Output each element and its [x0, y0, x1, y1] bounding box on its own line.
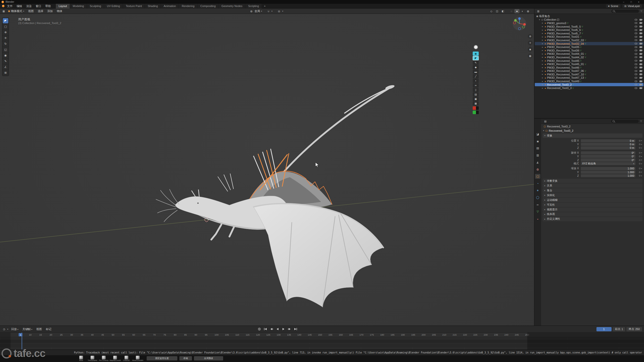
dock-field[interactable]: 固定监控位置: [147, 356, 177, 360]
properties-tab-modifiers[interactable]: ◔: [535, 181, 540, 186]
disable-in-renders-toggle[interactable]: [639, 60, 642, 62]
outliner-object-row[interactable]: ▸▲PM3D_Recovered_Tool45▽: [535, 59, 643, 63]
value-field[interactable]: 0°: [581, 155, 635, 158]
workspace-tab[interactable]: Compositing: [197, 4, 219, 9]
viewport-menu-item[interactable]: 选择: [36, 9, 45, 13]
hide-in-viewport-toggle[interactable]: [634, 84, 637, 85]
palette-point-button[interactable]: •: [473, 79, 479, 83]
palette-pointer-button[interactable]: ◤: [473, 56, 479, 60]
outliner-object-row[interactable]: ▸▲PM3D_Recovered_Tool35▽: [535, 45, 643, 49]
properties-section[interactable]: ▸自定义属性: [543, 217, 642, 221]
brush-thumbnail[interactable]: MagnifyCurveWH: [109, 355, 121, 361]
viewport-menu-item[interactable]: 添加: [45, 9, 55, 13]
animate-dot[interactable]: [639, 147, 640, 149]
dock-field[interactable]: 全局预设: [194, 356, 223, 360]
workspace-tab[interactable]: Layout: [56, 4, 70, 9]
properties-tab-output[interactable]: ▤: [535, 146, 540, 151]
workspace-tab[interactable]: Shading: [145, 4, 161, 9]
expand-icon[interactable]: ▸: [541, 22, 544, 24]
show-gizmos-icon[interactable]: ◇: [489, 9, 494, 13]
disable-in-renders-toggle[interactable]: [639, 80, 642, 82]
expand-icon[interactable]: ▸: [541, 56, 544, 58]
workspace-tab[interactable]: Rendering: [179, 4, 197, 9]
disable-in-renders-toggle[interactable]: [639, 84, 642, 85]
palette-layers-button[interactable]: ▦: [473, 101, 479, 106]
expand-icon[interactable]: ▸: [541, 70, 544, 72]
viewport-3d[interactable]: 用户透视 (3) Collection | Recovered_Tool3_2 …: [0, 14, 534, 326]
hide-in-viewport-toggle[interactable]: [634, 39, 637, 41]
maximize-button[interactable]: □: [627, 0, 635, 4]
disable-in-renders-toggle[interactable]: [639, 26, 642, 27]
timeline-menu-item[interactable]: 视图: [34, 327, 44, 331]
outliner-object-row[interactable]: ▸▲PM3D_Recovered_Tool44_02▽: [535, 56, 643, 59]
value-field[interactable]: 0°: [581, 151, 635, 154]
workspace-tab[interactable]: Sculpting: [87, 4, 104, 9]
expand-icon[interactable]: ▸: [541, 32, 544, 34]
properties-search-input[interactable]: [611, 120, 639, 123]
value-field[interactable]: 1.000: [581, 174, 635, 177]
snap-dropdown[interactable]: ∪ ▾: [265, 10, 274, 13]
properties-tab-scene[interactable]: ◭: [535, 160, 540, 165]
dragon-model[interactable]: [156, 84, 395, 307]
hide-in-viewport-toggle[interactable]: [634, 73, 637, 75]
tool-transform[interactable]: ◉: [3, 53, 8, 58]
tool-scale[interactable]: ◱: [3, 47, 8, 52]
viewport-canvas[interactable]: [0, 14, 534, 326]
hide-in-viewport-toggle[interactable]: [634, 22, 637, 24]
filter-icon[interactable]: ▽: [640, 120, 642, 122]
outliner-object-row[interactable]: ▸▲Recovered_Tool3_2▽: [535, 83, 643, 86]
brush-thumbnail[interactable]: Move: [75, 355, 87, 361]
primary-color-swatch[interactable]: [473, 106, 479, 110]
outliner-search-input[interactable]: [611, 10, 639, 13]
outliner-object-row[interactable]: ▸▲PM3D_Recovered_Tool5_6▽: [535, 28, 643, 32]
palette-draw-button[interactable]: ✎: [473, 61, 479, 65]
filter-icon[interactable]: ▽: [640, 10, 642, 12]
hide-in-viewport-toggle[interactable]: [634, 60, 637, 62]
value-field[interactable]: 0 m: [581, 139, 635, 142]
animate-dot[interactable]: [639, 168, 640, 169]
top-menu-item[interactable]: 窗口: [34, 4, 43, 8]
palette-line-button[interactable]: ╱: [473, 74, 479, 78]
transform-panel-header[interactable]: ▾ 变换: [543, 133, 642, 138]
hide-in-viewport-toggle[interactable]: [634, 29, 637, 31]
jump-end-button[interactable]: [293, 327, 298, 331]
orientation-dropdown[interactable]: ◍ 全局 ▾: [248, 9, 264, 13]
expand-icon[interactable]: ▸: [541, 29, 544, 31]
properties-section[interactable]: ▸增量变换: [543, 179, 642, 183]
close-button[interactable]: ×: [635, 0, 642, 4]
palette-link-button[interactable]: ∞: [473, 83, 479, 87]
properties-section[interactable]: ▸视图显示: [543, 207, 642, 212]
hide-in-viewport-toggle[interactable]: [634, 87, 637, 89]
disable-in-renders-toggle[interactable]: [639, 39, 642, 41]
disable-in-renders-toggle[interactable]: [639, 46, 642, 48]
navigation-gizmo[interactable]: [512, 16, 527, 31]
palette-brush-button[interactable]: ◆: [473, 65, 479, 69]
tool-cursor-3d[interactable]: ⊕: [3, 30, 8, 35]
toggle-xray-icon[interactable]: ◧: [500, 9, 505, 13]
timeline-menu-item[interactable]: 标记: [44, 327, 53, 331]
object-name-row[interactable]: ▾ ▢ Recovered_Tool3_2: [541, 128, 644, 133]
editor-type-icon[interactable]: ▤: [543, 120, 547, 123]
outliner-object-row[interactable]: ▸▲PM3D_Recovered_Tool32_03▽: [535, 38, 643, 42]
play-reverse-button[interactable]: [275, 327, 280, 331]
tool-select-box[interactable]: ▢: [3, 24, 8, 29]
disable-in-renders-toggle[interactable]: [639, 56, 642, 58]
expand-icon[interactable]: ▸: [541, 60, 544, 62]
hide-in-viewport-toggle[interactable]: [634, 50, 637, 51]
hide-in-viewport-toggle[interactable]: [634, 46, 637, 48]
disable-in-renders-toggle[interactable]: [639, 73, 642, 75]
brush-thumbnail[interactable]: TrimDynamic: [87, 355, 98, 361]
outliner-collection-row[interactable]: ▾▢Collection✓: [535, 18, 643, 22]
expand-icon[interactable]: ▸: [541, 46, 544, 48]
disable-in-renders-toggle[interactable]: [639, 29, 642, 31]
hide-in-viewport-toggle[interactable]: [634, 26, 637, 27]
play-button[interactable]: [281, 327, 286, 331]
disable-in-renders-toggle[interactable]: [639, 63, 642, 65]
value-field[interactable]: XYZ 欧拉角▾: [581, 162, 635, 165]
prev-keyframe-button[interactable]: [269, 327, 274, 331]
animate-dot[interactable]: [639, 144, 640, 145]
outliner-object-row[interactable]: ▸▲PM3D_Recovered_Tool49▽: [535, 79, 643, 83]
hide-in-viewport-toggle[interactable]: [634, 56, 637, 58]
pan-button[interactable]: ✛: [528, 40, 533, 45]
viewport-menu-item[interactable]: 物体: [55, 9, 64, 13]
